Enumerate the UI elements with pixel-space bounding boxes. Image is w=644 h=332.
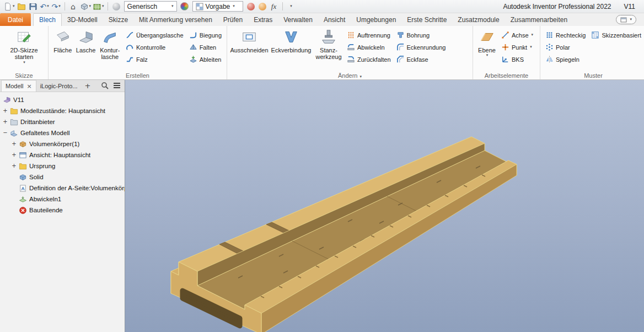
tree-item-gefaltetes-modell[interactable]: − Gefaltetes Modell	[0, 127, 125, 138]
tab-datei[interactable]: Datei	[0, 13, 31, 26]
folder-icon	[10, 107, 18, 115]
tab-blech[interactable]: Blech	[33, 13, 62, 26]
folded-model-icon	[10, 129, 18, 137]
expand-icon[interactable]: +	[12, 152, 17, 158]
part-document-icon	[3, 96, 11, 104]
spiegeln-button[interactable]: Spiegeln	[544, 53, 587, 65]
tab-ansicht[interactable]: Ansicht	[318, 13, 351, 26]
appearance-combo[interactable]: Vorgabe ▾	[192, 1, 243, 12]
tab-zusammenarbeiten[interactable]: Zusammenarbeiten	[505, 13, 573, 26]
tab-3d-modell[interactable]: 3D-Modell	[62, 13, 103, 26]
zurueckfalten-button[interactable]: Zurückfalten	[345, 53, 393, 65]
a-side-icon: A	[19, 184, 27, 192]
ebene-button[interactable]: Ebene ▾	[475, 27, 498, 57]
chevron-down-icon: ▾	[486, 53, 489, 57]
stanzwerkzeug-button[interactable]: Stanz-werkzeug	[313, 27, 344, 61]
polar-button[interactable]: Polar	[544, 41, 587, 53]
tree-item-solid[interactable]: Solid	[0, 172, 125, 183]
browser-menu-icon[interactable]	[112, 81, 122, 91]
expand-icon[interactable]: +	[12, 141, 17, 147]
close-icon[interactable]: ×	[26, 83, 31, 89]
quick-access-toolbar: ▾ ↶ ▾ ↷ ▾ ⌂ ▾ ▾ Generisch	[0, 0, 644, 13]
group-label-muster: Muster	[540, 72, 644, 79]
eckfase-button[interactable]: Eckfase	[395, 53, 448, 65]
cut-icon	[241, 29, 257, 45]
tab-umgebungen[interactable]: Umgebungen	[351, 13, 401, 26]
ableiten-button[interactable]: Ableiten	[187, 53, 223, 65]
tab-mit-anmerkung-versehen[interactable]: Mit Anmerkung versehen	[133, 13, 218, 26]
expand-icon[interactable]: +	[12, 163, 17, 169]
clear-appearance-button[interactable]	[257, 1, 267, 12]
falten-button[interactable]: Falten	[187, 41, 223, 53]
falz-button[interactable]: Falz	[124, 53, 185, 65]
browser-tab-ilogic[interactable]: iLogic-Proto...	[36, 80, 82, 92]
bohrung-button[interactable]: Bohrung	[395, 29, 448, 41]
tree-item-abwickeln1[interactable]: Abwickeln1	[0, 194, 125, 205]
viewport-3d[interactable]	[125, 80, 644, 332]
adjust-appearance-button[interactable]	[246, 1, 256, 12]
tree-item-definition-a-seite[interactable]: A Definition der A-Seite:Volumenkörpe	[0, 183, 125, 194]
browser-tab-modell[interactable]: Modell ×	[1, 80, 36, 92]
eckenrundung-button[interactable]: Eckenrundung	[395, 41, 448, 53]
toolbar-separator	[282, 2, 283, 10]
refold-icon	[347, 55, 355, 63]
eckverbindung-button[interactable]: Eckverbindung	[269, 27, 313, 53]
home-button[interactable]: ⌂	[68, 1, 78, 12]
start-2d-sketch-button[interactable]: 2D-Skizze starten ▾	[9, 27, 40, 65]
tab-skizze[interactable]: Skizze	[103, 13, 133, 26]
lasche-button[interactable]: Lasche	[75, 27, 97, 53]
bks-button[interactable]: BKS	[500, 53, 535, 65]
render-style-button[interactable]: ▾	[80, 1, 92, 12]
collapse-icon[interactable]: −	[3, 130, 8, 136]
ausschneiden-button[interactable]: Ausschneiden	[229, 27, 269, 53]
undo-icon: ↶	[40, 3, 46, 10]
search-icon[interactable]	[100, 81, 110, 91]
tree-item-drittanbieter[interactable]: + Drittanbieter	[0, 116, 125, 127]
tab-pruefen[interactable]: Prüfen	[218, 13, 248, 26]
tree-item-ursprung[interactable]: + Ursprung	[0, 160, 125, 172]
konturlasche-button[interactable]: Kontur-lasche	[97, 27, 123, 61]
rechteckig-button[interactable]: Rechteckig	[544, 29, 587, 41]
open-button[interactable]	[17, 1, 26, 12]
tab-verwalten[interactable]: Verwalten	[278, 13, 318, 26]
auftrennung-button[interactable]: Auftrennung	[345, 29, 393, 41]
measure-button[interactable]: ▾	[93, 1, 104, 12]
achse-button[interactable]: Achse ▾	[500, 29, 535, 41]
redo-button[interactable]: ↷ ▾	[51, 1, 61, 12]
expand-icon[interactable]: +	[3, 119, 8, 125]
tree-item-v11[interactable]: V11	[0, 94, 125, 105]
add-browser-tab-button[interactable]: +	[82, 80, 94, 92]
expand-icon[interactable]: +	[3, 108, 8, 114]
tab-extras[interactable]: Extras	[248, 13, 278, 26]
qat-customize-button[interactable]: ▾	[286, 1, 296, 12]
save-button[interactable]	[28, 1, 38, 12]
appearance-wheel-button[interactable]	[180, 1, 190, 12]
material-combo[interactable]: Generisch ▾	[124, 1, 177, 12]
tree-item-ansicht[interactable]: + Ansicht: Hauptansicht	[0, 149, 125, 160]
tab-zusatzmodule[interactable]: Zusatzmodule	[452, 13, 505, 26]
skizzenbasiert-button[interactable]: Skizzenbasiert	[589, 29, 643, 41]
tab-erste-schritte[interactable]: Erste Schritte	[401, 13, 452, 26]
chevron-down-icon: ▾	[233, 4, 235, 8]
tree-item-volumenkoerper[interactable]: + Volumenkörper(1)	[0, 138, 125, 149]
undo-button[interactable]: ↶ ▾	[40, 1, 50, 12]
abwickeln-button[interactable]: Abwickeln	[345, 41, 393, 53]
biegung-button[interactable]: Biegung	[187, 29, 223, 41]
ribbon-group-erstellen: Fläche Lasche Kontur-lasche Übergangslas…	[49, 26, 227, 79]
hem-icon	[126, 55, 134, 63]
uebergangslasche-button[interactable]: Übergangslasche	[124, 29, 185, 41]
ribbon-display-toggle[interactable]: ▾	[616, 15, 636, 24]
ucs-icon	[501, 55, 509, 63]
material-value: Generisch	[127, 3, 158, 10]
material-sphere-button[interactable]	[111, 1, 121, 12]
appearance-value: Vorgabe	[206, 3, 230, 10]
parameters-button[interactable]: fx	[269, 1, 279, 12]
browser-tab-strip: Modell × iLogic-Proto... +	[0, 80, 125, 92]
konturrolle-button[interactable]: Konturrolle	[124, 41, 185, 53]
punkt-button[interactable]: Punkt ▾	[500, 41, 535, 53]
flaeche-button[interactable]: Fläche	[51, 27, 75, 53]
new-file-button[interactable]: ▾	[3, 1, 15, 12]
group-label-aendern[interactable]: Ändern ▾	[227, 72, 473, 79]
tree-item-bauteilende[interactable]: Bauteilende	[0, 205, 125, 216]
tree-item-modellzustaende[interactable]: + Modellzustände: Hauptansicht	[0, 105, 125, 116]
